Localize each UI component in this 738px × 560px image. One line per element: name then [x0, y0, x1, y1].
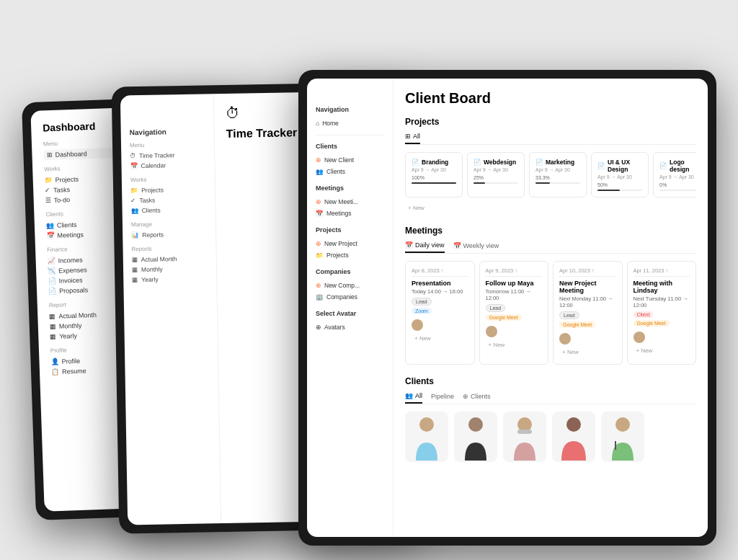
project-progress-webdesign — [474, 182, 518, 184]
svg-rect-3 — [517, 430, 532, 434]
meeting-add-3[interactable]: + New — [559, 346, 616, 358]
project-progress-logo — [659, 190, 696, 191]
meeting-platform-zoom: Zoom — [412, 308, 432, 314]
clients-section: Clients 👥 All Pipeline ⊕ Clients — [405, 376, 696, 462]
folder-icon: 📁 — [45, 177, 53, 184]
doc-uiux-icon: 📄 — [597, 162, 605, 169]
cb-new-company[interactable]: ⊕ New Comp... — [316, 280, 384, 291]
project-card-logo[interactable]: 📄Logo design Apr 9 → Apr 30 0% — [653, 152, 696, 197]
client-board-title: Client Board — [405, 90, 696, 107]
cb-new-client[interactable]: ⊕ New Client — [316, 154, 384, 166]
grid-tab-icon: ⊞ — [405, 133, 411, 140]
meeting-card-3[interactable]: Apr 10, 2023 ↑ New Project Meeting Next … — [553, 261, 623, 365]
project-pct-uiux: 50% — [597, 182, 642, 187]
meetings-tab-daily[interactable]: 📅 Daily view — [405, 241, 445, 253]
client-board-sidebar: Navigation ⌂ Home Clients ⊕ New Client 👥… — [307, 79, 394, 537]
client-avatar-1[interactable] — [405, 412, 448, 462]
tt-yearly[interactable]: ▦Yearly — [132, 273, 208, 285]
actual-icon: ▦ — [132, 256, 138, 263]
cb-projects-item[interactable]: 📁 Projects — [316, 249, 384, 261]
bar-icon: ▦ — [49, 313, 55, 320]
cb-companies-label: Companies — [316, 268, 384, 275]
avatars-icon: ⊕ — [316, 324, 321, 331]
cb-home-item[interactable]: ⌂ Home — [316, 117, 384, 129]
cb-clients-item[interactable]: 👥 Clients — [316, 166, 384, 177]
cb-new-meeting[interactable]: ⊕ New Meeti... — [316, 196, 384, 208]
svg-point-4 — [566, 417, 581, 432]
meeting-add-4[interactable]: + New — [633, 345, 690, 357]
meeting-date-1: Apr 8, 2023 ↑ — [412, 267, 468, 277]
client-illustration-5 — [605, 414, 641, 461]
clients-tab-all[interactable]: 👥 All — [405, 392, 422, 404]
client-avatar-2[interactable] — [454, 412, 497, 462]
folder2-icon: 📁 — [130, 187, 138, 194]
cb-companies-item[interactable]: 🏢 Companies — [316, 291, 384, 303]
meetings-tab-weekly[interactable]: 📅 Weekly view — [453, 241, 499, 253]
cb-meetings-item[interactable]: 📅 Meetings — [316, 208, 384, 219]
projects-add-new[interactable]: + New — [405, 202, 696, 214]
meeting-date-4: Apr 11, 2023 ↑ — [633, 267, 690, 277]
tasks-icon: ✓ — [130, 197, 136, 204]
clients-tab-pipeline[interactable]: Pipeline — [431, 392, 454, 404]
meeting-card-4[interactable]: Apr 11, 2023 ↑ Meeting with Lindsay Next… — [627, 261, 697, 365]
people-tab-icon: 👥 — [405, 392, 413, 399]
cb-nav-title: Navigation — [316, 106, 384, 113]
meeting-card-1[interactable]: Apr 8, 2023 ↑ Presentation Today 14:00 →… — [405, 261, 475, 365]
client-illustration-1 — [409, 414, 445, 461]
meeting-card-2[interactable]: Apr 9, 2023 ↑ Follow up Maya Tomorrow 11… — [479, 261, 549, 365]
meeting-time-2: Tomorrow 11:00 → 12:00 — [486, 288, 543, 301]
time-tracker-sidebar: Navigation Menu ⏱Time Tracker 📅Calendar … — [120, 94, 221, 525]
project-card-webdesign[interactable]: 📄Webdesign Apr 9 → Apr 30 25% — [467, 152, 525, 197]
tt-reports-item[interactable]: 📊Reports — [131, 228, 207, 240]
meeting-badge-lead-1: Lead — [412, 298, 432, 306]
project-card-branding[interactable]: 📄Branding Apr 9 → Apr 30 100% — [405, 152, 463, 197]
meeting-add-1[interactable]: + New — [412, 332, 468, 345]
doc-branding-icon: 📄 — [412, 159, 419, 166]
project-name-marketing: 📄Marketing — [535, 159, 580, 166]
meeting-add-2[interactable]: + New — [486, 339, 543, 351]
tt-works-label: Works — [130, 175, 206, 183]
monthly-icon: ▦ — [50, 323, 56, 330]
doc2-icon: 📄 — [48, 288, 56, 295]
tt-reports-label: Reports — [131, 244, 207, 252]
doc-webdesign-icon: 📄 — [474, 159, 481, 166]
meeting-title-1: Presentation — [412, 280, 468, 287]
meetings-section: Meetings 📅 Daily view 📅 Weekly view Apr … — [405, 226, 696, 365]
client-illustration-4 — [556, 414, 592, 461]
meeting-title-2: Follow up Maya — [486, 280, 543, 287]
meeting-badge-client-4: Client — [633, 311, 654, 318]
meetings-list-icon: 📅 — [316, 210, 324, 217]
plus-meeting-icon: ⊕ — [316, 198, 321, 205]
project-pct-marketing: 33.3% — [535, 175, 580, 180]
project-progress-uiux — [597, 190, 642, 191]
cb-new-project[interactable]: ⊕ New Project — [316, 238, 384, 249]
meeting-time-3: Next Monday 11:00 → 12:00 — [559, 295, 616, 308]
calendar-icon: 📅 — [46, 232, 54, 239]
plus-client-icon: ⊕ — [316, 156, 321, 164]
meeting-platform-google-3: Google Meet — [559, 321, 595, 328]
client-avatar-4[interactable] — [552, 412, 595, 462]
projects-tab-all[interactable]: ⊞ All — [405, 133, 420, 144]
weekly-view-icon: 📅 — [453, 242, 461, 249]
clock-nav-icon: ⏱ — [130, 152, 136, 159]
project-card-uiux[interactable]: 📄UI & UX Design Apr 9 → Apr 30 50% — [591, 152, 649, 197]
client-avatar-5[interactable] — [601, 412, 644, 462]
client-illustration-2 — [458, 414, 494, 461]
client-board-main: Client Board Projects ⊞ All 📄Branding Ap… — [394, 79, 708, 537]
client-avatar-3[interactable] — [503, 412, 546, 462]
tt-clients-item[interactable]: 👥Clients — [130, 204, 206, 215]
meeting-avatar-4 — [633, 332, 645, 343]
meeting-avatar-1 — [412, 319, 423, 331]
meeting-time-1: Today 14:00 → 16:00 — [412, 288, 468, 295]
projects-list-icon: 📁 — [316, 252, 324, 259]
check-icon: ✓ — [45, 187, 50, 194]
calendar-nav-item[interactable]: 📅Calendar — [130, 159, 205, 171]
yearly2-icon: ▦ — [132, 276, 138, 283]
project-card-marketing[interactable]: 📄Marketing Apr 9 → Apr 30 33.3% — [529, 152, 587, 197]
cb-avatars-item[interactable]: ⊕ Avatars — [316, 321, 384, 333]
project-pct-logo: 0% — [659, 182, 696, 187]
chart-down-icon: 📉 — [48, 267, 55, 275]
clients-tab-clients[interactable]: ⊕ Clients — [463, 392, 491, 404]
clients-section-title: Clients — [405, 376, 696, 386]
yearly-icon: ▦ — [50, 333, 56, 340]
